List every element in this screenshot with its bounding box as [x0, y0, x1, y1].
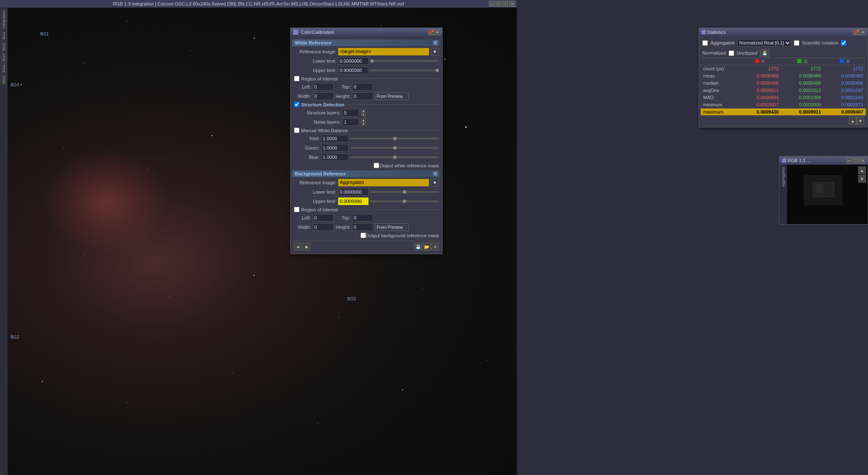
scientific-checkbox[interactable]: [794, 40, 799, 46]
stats-row-label: MAD: [701, 94, 739, 101]
rgb-aggregated-item[interactable]: Aggregated: [781, 167, 786, 188]
bg-ref-header: Background Reference ▼: [292, 170, 441, 177]
wr-width-input[interactable]: [313, 92, 334, 100]
col-b-label: B: [846, 59, 849, 64]
mwb-green-slider[interactable]: [350, 147, 439, 149]
mwb-red-input[interactable]: [321, 135, 349, 142]
mwb-checkbox[interactable]: [294, 128, 300, 133]
stats-pin-btn[interactable]: 📌: [853, 29, 859, 35]
upper-limit-slider[interactable]: [370, 69, 439, 71]
struct-layers-down[interactable]: ▼: [361, 113, 366, 117]
rgb-min-btn[interactable]: —: [846, 158, 852, 164]
sidebar-integration[interactable]: integration: [1, 9, 7, 30]
noise-layers-down[interactable]: ▼: [361, 122, 366, 126]
wr-width-height-row: Width: Height: From Preview: [292, 92, 441, 101]
main-title: RGB 1:3 integration | Cocoon OSC.L3.60x2…: [113, 1, 404, 6]
bg-width-input[interactable]: [313, 223, 334, 231]
stats-row-maximum: maximum 0.0009430 0.0009911 0.0009407: [701, 108, 866, 116]
minimize-btn[interactable]: —: [489, 1, 495, 7]
stats-save-btn[interactable]: 💾: [760, 49, 769, 57]
unclipped-checkbox[interactable]: [729, 50, 734, 56]
struct-layers-input[interactable]: [342, 109, 359, 117]
sidebar-bg4[interactable]: BG4: [1, 64, 7, 74]
normalized-checkbox[interactable]: [841, 40, 846, 46]
wr-from-preview-btn[interactable]: From Preview: [375, 92, 409, 100]
output-bg-mask-checkbox[interactable]: [361, 233, 366, 238]
cc-save-btn[interactable]: 💾: [414, 243, 422, 250]
noise-layers-input[interactable]: [342, 118, 359, 126]
wr-roi-row: Region of Interest: [292, 75, 441, 82]
sidebar-bg3[interactable]: BG3: [1, 53, 7, 63]
sidebar-bg1[interactable]: BG1: [1, 31, 7, 41]
wr-left-input[interactable]: [313, 83, 334, 91]
mwb-green-input[interactable]: [321, 144, 349, 152]
statistics-panel: Statistics 📌 ✕ Aggregated Normalized Rea…: [699, 28, 868, 128]
mwb-blue-input[interactable]: [321, 153, 349, 161]
expand-btn[interactable]: +: [502, 1, 508, 7]
white-ref-collapse[interactable]: ▼: [433, 40, 438, 45]
stats-row-avgDev: avgDev 0.0000911 0.0001012 0.0001047: [701, 87, 866, 94]
bg-height-input[interactable]: [352, 223, 373, 231]
wr-height-input[interactable]: [352, 92, 373, 100]
wr-roi-checkbox[interactable]: [294, 76, 300, 81]
ref-image-value[interactable]: <target image>: [338, 48, 429, 56]
rgb-scroll-up[interactable]: ▲: [858, 167, 866, 174]
bg-from-preview-btn[interactable]: From Preview: [375, 223, 409, 231]
mwb-red-slider[interactable]: [350, 138, 439, 139]
stats-scroll-up[interactable]: ▲: [849, 117, 857, 125]
stats-table: R G B count (px) 1772 1772 1772: [701, 58, 866, 116]
lower-limit-input[interactable]: [338, 57, 369, 65]
noise-layers-up[interactable]: ▲: [361, 118, 366, 122]
color-calibration-dialog: ColorCalibration 📌 ✕ White Reference ▼ R…: [290, 28, 443, 254]
bg-roi-checkbox[interactable]: [294, 207, 300, 212]
bg-ref-collapse[interactable]: ▼: [433, 171, 438, 176]
normalized-select[interactable]: Normalized Real [0,1]: [737, 39, 791, 47]
bg-upper-limit-input[interactable]: [338, 197, 369, 205]
struct-layers-up[interactable]: ▲: [361, 109, 366, 113]
cc-pointer-btn[interactable]: ◄: [294, 243, 302, 250]
cc-dialog-close-btn[interactable]: ✕: [431, 243, 439, 250]
sidebar-bg2[interactable]: BG2: [1, 42, 7, 52]
cc-title: ColorCalibration: [301, 30, 334, 35]
sd-checkbox[interactable]: [294, 102, 300, 107]
upper-limit-input[interactable]: [338, 67, 369, 74]
ref-image-label: Reference image:: [294, 49, 336, 54]
col-b-header: B: [824, 58, 866, 65]
cc-close-btn[interactable]: ✕: [435, 29, 441, 35]
stats-close-btn[interactable]: ✕: [860, 29, 866, 35]
wr-height-label: Height:: [336, 94, 350, 99]
maximize-btn[interactable]: □: [496, 1, 502, 7]
bg-ref-image-dropdown[interactable]: ▼: [431, 179, 439, 186]
mwb-header-row: Manual White Balance: [292, 127, 441, 134]
wr-top-input[interactable]: [352, 83, 373, 91]
struct-layers-spinners: ▲ ▼: [361, 109, 366, 117]
cc-stop-btn[interactable]: ■: [302, 243, 310, 250]
cc-load-btn[interactable]: 📂: [423, 243, 430, 250]
lower-limit-slider[interactable]: [370, 60, 439, 62]
stats-scroll-down[interactable]: ▼: [857, 117, 864, 125]
output-wr-mask-row: Output white reference mask: [292, 162, 441, 169]
bg-height-label: Height:: [336, 225, 350, 230]
bg-lower-limit-input[interactable]: [338, 188, 369, 196]
lower-limit-row: Lower limit:: [292, 56, 441, 66]
bg-ref-image-value[interactable]: Aggregated: [338, 179, 429, 186]
mwb-blue-slider[interactable]: [350, 156, 439, 158]
main-title-controls: — □ + ✕: [489, 1, 515, 7]
cc-pin-btn[interactable]: 📌: [428, 29, 434, 35]
rgb-close-btn[interactable]: ✕: [860, 158, 866, 164]
bg-roi-row: Region of Interest: [292, 206, 441, 213]
bg-top-input[interactable]: [352, 214, 373, 222]
close-main-btn[interactable]: ✕: [509, 1, 515, 7]
rgb-scroll-down[interactable]: ▼: [858, 175, 866, 183]
ref-image-dropdown[interactable]: ▼: [431, 48, 439, 56]
bg-left-input[interactable]: [313, 214, 334, 222]
bg-lower-limit-slider[interactable]: [370, 191, 439, 193]
rgb-max-btn[interactable]: □: [853, 158, 859, 164]
stats-val-g: 1772: [781, 65, 824, 72]
bg4-label: BG4: [11, 83, 19, 87]
aggregated-checkbox[interactable]: [702, 40, 708, 46]
bg-upper-limit-slider[interactable]: [370, 200, 439, 202]
mwb-red-row: Red:: [292, 134, 441, 143]
sidebar-bg5[interactable]: BG5: [1, 75, 7, 85]
output-wr-mask-checkbox[interactable]: [374, 163, 379, 168]
